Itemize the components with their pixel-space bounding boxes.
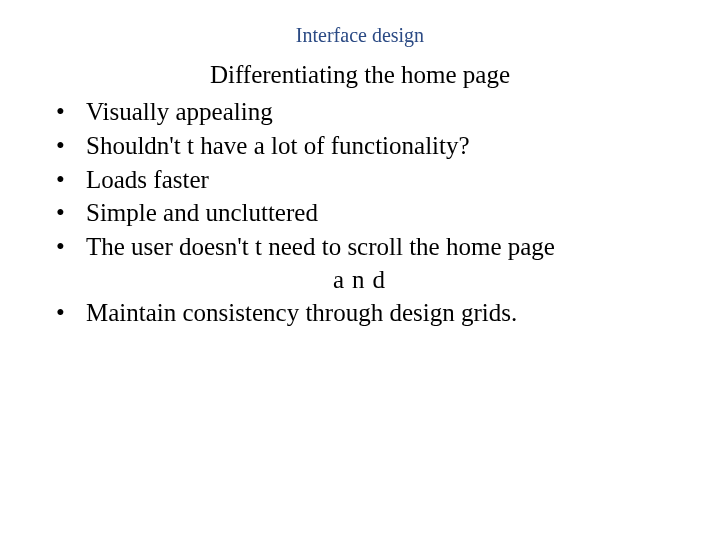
header-label: Interface design — [40, 24, 680, 47]
connector-text: and — [46, 266, 680, 294]
content-area: Visually appealing Shouldn't t have a lo… — [40, 95, 680, 330]
list-item: The user doesn't t need to scroll the ho… — [46, 230, 680, 264]
slide: Interface design Differentiating the hom… — [0, 0, 720, 540]
list-item: Shouldn't t have a lot of functionality? — [46, 129, 680, 163]
list-item: Loads faster — [46, 163, 680, 197]
list-item: Visually appealing — [46, 95, 680, 129]
list-item: Maintain consistency through design grid… — [46, 296, 680, 330]
bullet-list-bottom: Maintain consistency through design grid… — [46, 296, 680, 330]
slide-title: Differentiating the home page — [40, 61, 680, 89]
list-item: Simple and uncluttered — [46, 196, 680, 230]
bullet-list-top: Visually appealing Shouldn't t have a lo… — [46, 95, 680, 264]
